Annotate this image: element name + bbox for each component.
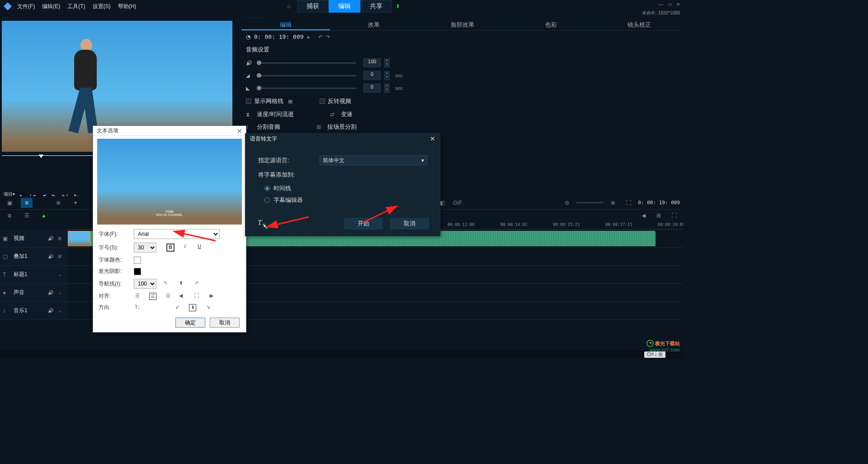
bold-button[interactable]: B	[166, 244, 175, 252]
add-media-button[interactable]: ⊕	[52, 198, 64, 208]
close-button[interactable]: ✕	[676, 2, 680, 7]
align-center-icon[interactable]: ☰	[149, 293, 156, 300]
menu-file[interactable]: 文件(F)	[17, 3, 35, 10]
zoom-slider[interactable]	[576, 202, 604, 203]
speech-to-text-dialog: 语音转文字 ✕ 指定源语言: 简体中文▾ 将字幕添加到: 时间线 字幕编辑器 开…	[245, 133, 440, 236]
property-tabs: 编辑 效果 脸部效果 色彩 镜头校正	[241, 19, 684, 31]
zoom-in-button[interactable]: ⊕	[607, 198, 619, 208]
nav-left-icon[interactable]: ◀	[177, 293, 184, 300]
tab-capture[interactable]: 捕获	[297, 0, 329, 13]
fade-in-value[interactable]: 0	[363, 71, 381, 80]
panel-grip[interactable]: • • • • • • • •	[2, 16, 240, 19]
align-right-icon[interactable]: ☰	[165, 293, 172, 300]
fade-out-spinner[interactable]: ▲▼	[384, 84, 390, 93]
mute-icon[interactable]: 🔊	[48, 290, 55, 295]
maximize-button[interactable]: ▭	[668, 2, 672, 7]
chevron-down-icon[interactable]: ⌄	[58, 272, 65, 277]
tab-share[interactable]: 共享	[360, 0, 392, 13]
direction-icon[interactable]: T↓	[134, 304, 141, 311]
proptab-edit[interactable]: 编辑	[241, 19, 330, 30]
volume-value[interactable]: 100	[363, 58, 381, 67]
source-lang-select[interactable]: 简体中文▾	[320, 155, 427, 165]
nav-bottom-left-icon[interactable]: ↙	[174, 304, 181, 311]
home-icon[interactable]: ⌂	[283, 2, 294, 11]
italic-button[interactable]: I	[181, 244, 189, 252]
align-left-icon[interactable]: ☰	[134, 293, 141, 300]
varispeed-button[interactable]: ⇄变速	[330, 110, 353, 118]
menu-settings[interactable]: 设置(S)	[93, 3, 111, 10]
volume-spinner[interactable]: ▲▼	[384, 58, 390, 67]
list-button[interactable]: ≣	[4, 211, 15, 220]
cancel-button[interactable]: 取消	[390, 218, 429, 230]
fade-in-spinner[interactable]: ▲▼	[384, 71, 390, 80]
ok-button[interactable]: 确定	[175, 318, 205, 328]
radio-editor[interactable]: 字幕编辑器	[264, 196, 427, 204]
fade-out-slider[interactable]	[257, 88, 356, 89]
mute-icon[interactable]: 🔊	[48, 236, 55, 241]
storyboard-view-button[interactable]: ▣	[4, 198, 15, 208]
undo-icon[interactable]: ↶	[318, 34, 323, 40]
close-icon[interactable]: ✕	[430, 135, 435, 142]
menu-tools[interactable]: 工具(T)	[67, 3, 85, 10]
size-select[interactable]: 30	[134, 243, 156, 253]
expand-button[interactable]: ⛶	[668, 211, 680, 220]
underline-button[interactable]: U	[195, 244, 203, 252]
proptab-lens[interactable]: 镜头校正	[595, 19, 684, 30]
lock-icon[interactable]: ⊞	[58, 254, 65, 259]
nav-down-icon[interactable]: ⬇	[189, 304, 196, 311]
sound-track-icon: ●	[3, 290, 11, 296]
nav-top-right-icon[interactable]: ↗	[193, 280, 200, 287]
lock-icon[interactable]: ⊞	[58, 236, 65, 241]
close-icon[interactable]: ✕	[237, 127, 242, 135]
redo-icon[interactable]: ↷	[326, 34, 330, 40]
proptab-face[interactable]: 脸部效果	[418, 19, 507, 30]
radio-timeline[interactable]: 时间线	[264, 184, 427, 192]
nav-right-icon[interactable]: ▶	[208, 293, 215, 300]
nav-bottom-right-icon[interactable]: ↘	[204, 304, 212, 311]
glow-color-swatch[interactable]	[134, 268, 141, 275]
nav-top-left-icon[interactable]: ↖	[162, 280, 169, 287]
tools-button[interactable]: ✦	[70, 198, 81, 208]
scrub-marker[interactable]	[39, 155, 43, 158]
proptab-effects[interactable]: 效果	[330, 19, 419, 30]
nav-center-icon[interactable]: ⛶	[193, 293, 200, 300]
options-button[interactable]: ☰	[21, 211, 33, 220]
ime-indicator[interactable]: CH ♪ 简	[644, 352, 665, 358]
speed-time-button[interactable]: ⧗速度/时间流逝	[246, 110, 294, 118]
menu-edit[interactable]: 编辑(E)	[42, 3, 60, 10]
timeline-timecode[interactable]: 0: 00: 19: 009	[638, 200, 680, 206]
fade-in-slider[interactable]	[257, 75, 356, 76]
fit-button[interactable]: ⛶	[623, 198, 634, 208]
font-label: 字体(F):	[99, 230, 130, 238]
track-up-button[interactable]: ▲	[38, 211, 50, 220]
nav-select[interactable]: 100	[134, 279, 156, 289]
window-controls: — ▭ ✕	[659, 2, 680, 7]
tab-edit[interactable]: 编辑	[329, 0, 360, 13]
menu-help[interactable]: 帮助(H)	[118, 3, 137, 10]
reverse-video-checkbox[interactable]: 反转视频	[320, 97, 351, 105]
fade-out-value[interactable]: 0	[363, 84, 381, 93]
clip-thumbnail[interactable]	[68, 231, 90, 246]
duration-display[interactable]: 0: 00: 19: 009	[254, 33, 304, 40]
timeline-view-button[interactable]: ≡	[21, 198, 33, 208]
layout-button[interactable]: ⊞	[653, 211, 665, 220]
chevron-down-icon[interactable]: ⌄	[58, 290, 65, 295]
font-color-swatch[interactable]	[134, 257, 141, 264]
scroll-left-button[interactable]: ◀	[637, 211, 649, 220]
cancel-button[interactable]: 取消	[210, 318, 240, 328]
font-select[interactable]: Arial	[134, 229, 220, 239]
volume-slider[interactable]	[257, 62, 356, 64]
minimize-button[interactable]: —	[659, 2, 663, 7]
nav-up-icon[interactable]: ⬆	[177, 280, 184, 287]
chevron-down-icon[interactable]: ⌄	[58, 308, 65, 313]
scene-split-button[interactable]: ⊞按场景分割	[316, 123, 357, 131]
start-button[interactable]: 开始	[344, 218, 383, 230]
mute-icon[interactable]: 🔊	[48, 308, 55, 313]
zoom-out-button[interactable]: ⊖	[561, 198, 573, 208]
split-audio-button[interactable]: ♪分割音频	[246, 123, 280, 131]
show-grid-checkbox[interactable]: 显示网格线▦	[246, 97, 292, 105]
mute-icon[interactable]: 🔊	[48, 254, 55, 259]
proptab-color[interactable]: 色彩	[507, 19, 595, 30]
subtitle-button[interactable]: GIF	[452, 198, 463, 208]
upload-icon[interactable]: ⬆	[396, 3, 400, 9]
